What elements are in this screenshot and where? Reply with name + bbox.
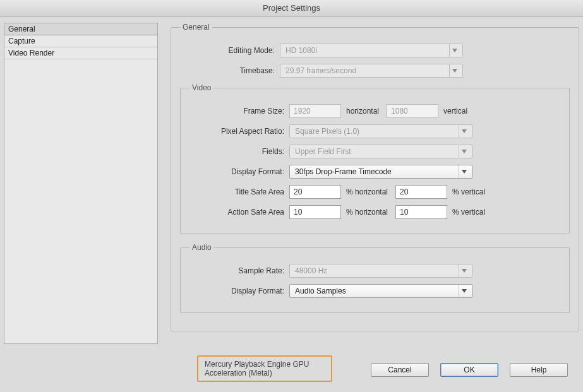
sidebar-item-label: Capture [8,37,35,45]
settings-category-sidebar: General Capture Video Render [4,23,158,344]
group-video-legend: Video [189,83,213,92]
title-safe-h-unit: % horizontal [341,187,395,196]
group-general-legend: General [180,23,212,32]
fields-select: Upper Field First [289,145,472,158]
title-safe-h-input[interactable] [289,185,341,199]
frame-width-input [289,104,341,118]
video-display-format-value: 30fps Drop-Frame Timecode [295,167,392,176]
timebase-value: 29.97 frames/second [285,66,356,75]
sample-rate-label: Sample Rate: [189,266,289,275]
pixel-aspect-select: Square Pixels (1.0) [289,124,472,138]
svg-marker-1 [452,69,457,73]
dialog-footer: Mercury Playback Engine GPU Acceleration… [0,348,583,392]
chevron-down-icon [459,285,469,297]
audio-display-format-select[interactable]: Audio Samples [289,284,472,298]
editing-mode-select: HD 1080i [280,44,463,57]
fields-value: Upper Field First [295,147,351,156]
audio-display-format-value: Audio Samples [295,287,346,295]
svg-marker-6 [462,289,467,293]
video-display-format-label: Display Format: [189,167,289,176]
action-safe-h-input[interactable] [289,205,341,219]
frame-width-unit: horizontal [341,107,387,116]
renderer-highlight: Mercury Playback Engine GPU Acceleration… [197,355,332,382]
sidebar-item-capture[interactable]: Capture [4,35,157,47]
pixel-aspect-label: Pixel Aspect Ratio: [189,127,289,136]
group-video: Video Frame Size: horizontal vertical Pi… [180,83,570,234]
action-safe-h-unit: % horizontal [341,208,395,217]
window-titlebar: Project Settings [0,0,583,17]
svg-marker-0 [452,49,457,52]
svg-marker-5 [462,269,467,273]
title-safe-v-input[interactable] [395,185,447,199]
video-display-format-select[interactable]: 30fps Drop-Frame Timecode [289,165,472,179]
svg-marker-4 [462,170,467,174]
svg-marker-3 [462,150,467,153]
sidebar-item-label: General [8,25,35,33]
chevron-down-icon [449,44,460,57]
timebase-select: 29.97 frames/second [280,64,463,78]
frame-height-input [387,104,438,118]
frame-size-label: Frame Size: [189,107,289,116]
fields-label: Fields: [189,147,289,156]
renderer-highlight-text: Mercury Playback Engine GPU Acceleration… [205,360,325,377]
sidebar-item-label: Video Render [8,49,54,57]
window-title: Project Settings [263,3,320,13]
sample-rate-select: 48000 Hz [289,264,472,278]
settings-panel: General Editing Mode: HD 1080i Timebase:… [171,23,579,344]
chevron-down-icon [449,64,460,77]
group-audio-legend: Audio [189,243,214,252]
audio-display-format-label: Display Format: [189,287,289,295]
frame-height-unit: vertical [438,107,475,116]
title-safe-label: Title Safe Area [189,187,289,196]
chevron-down-icon [459,264,469,277]
action-safe-v-unit: % vertical [447,208,493,217]
action-safe-label: Action Safe Area [189,208,289,217]
chevron-down-icon [459,165,469,178]
ok-button[interactable]: OK [440,363,498,377]
sample-rate-value: 48000 Hz [295,266,327,275]
timebase-label: Timebase: [180,66,280,75]
action-safe-v-input[interactable] [395,205,447,219]
svg-marker-2 [462,129,467,133]
group-audio: Audio Sample Rate: 48000 Hz Display Form… [180,243,570,313]
group-general: General Editing Mode: HD 1080i Timebase:… [171,23,579,331]
chevron-down-icon [459,145,469,158]
chevron-down-icon [459,125,469,138]
editing-mode-label: Editing Mode: [180,46,280,55]
pixel-aspect-value: Square Pixels (1.0) [295,127,359,136]
title-safe-v-unit: % vertical [447,187,493,196]
sidebar-item-video-render[interactable]: Video Render [4,47,157,59]
sidebar-item-general[interactable]: General [4,23,157,35]
cancel-button[interactable]: Cancel [371,363,429,377]
editing-mode-value: HD 1080i [285,46,317,55]
help-button[interactable]: Help [510,363,568,377]
